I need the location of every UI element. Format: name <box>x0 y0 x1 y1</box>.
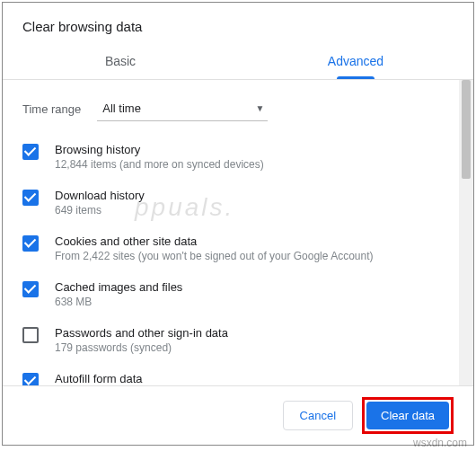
checkbox-passwords[interactable] <box>22 327 39 343</box>
item-title: Browsing history <box>55 143 454 156</box>
clear-browsing-data-dialog: Clear browsing data Basic Advanced Time … <box>2 2 474 446</box>
checkbox-autofill[interactable] <box>22 373 39 386</box>
checkbox-browsing-history[interactable] <box>22 144 39 160</box>
time-range-select[interactable]: All time ▼ <box>97 96 268 121</box>
tab-advanced[interactable]: Advanced <box>238 45 473 79</box>
item-subtitle: 649 items <box>55 204 454 217</box>
dialog-footer: Cancel Clear data <box>3 386 473 445</box>
clear-data-button[interactable]: Clear data <box>366 402 449 429</box>
time-range-value: All time <box>102 102 141 115</box>
item-title: Cached images and files <box>55 280 454 294</box>
scrollbar[interactable] <box>459 80 473 385</box>
item-subtitle: From 2,422 sites (you won't be signed ou… <box>55 250 454 262</box>
tab-bar: Basic Advanced <box>3 45 473 80</box>
highlight-annotation: Clear data <box>362 397 454 434</box>
cancel-button[interactable]: Cancel <box>283 401 353 430</box>
list-item: Cached images and files 638 MB <box>22 271 454 317</box>
time-range-row: Time range All time ▼ <box>22 80 454 134</box>
item-subtitle: 638 MB <box>55 296 454 308</box>
item-title: Cookies and other site data <box>55 234 454 248</box>
dialog-title: Clear browsing data <box>3 3 473 45</box>
scrollbar-thumb[interactable] <box>462 80 471 179</box>
checkbox-cookies[interactable] <box>22 235 39 252</box>
list-item: Download history 649 items <box>22 180 454 226</box>
checkbox-cached[interactable] <box>22 281 39 297</box>
tab-basic[interactable]: Basic <box>3 45 238 79</box>
item-title: Passwords and other sign-in data <box>55 326 454 340</box>
list-item: Passwords and other sign-in data 179 pas… <box>22 317 454 363</box>
item-subtitle: 179 passwords (synced) <box>55 341 454 354</box>
list-item: Autofill form data <box>22 363 454 386</box>
chevron-down-icon: ▼ <box>255 103 264 113</box>
time-range-label: Time range <box>22 102 81 116</box>
item-title: Autofill form data <box>55 372 454 385</box>
item-title: Download history <box>55 189 454 202</box>
checkbox-download-history[interactable] <box>22 190 39 206</box>
list-item: Cookies and other site data From 2,422 s… <box>22 226 454 271</box>
item-subtitle: 12,844 items (and more on synced devices… <box>55 158 454 171</box>
list-item: Browsing history 12,844 items (and more … <box>22 134 454 180</box>
scroll-area: Time range All time ▼ Browsing history 1… <box>3 80 473 386</box>
